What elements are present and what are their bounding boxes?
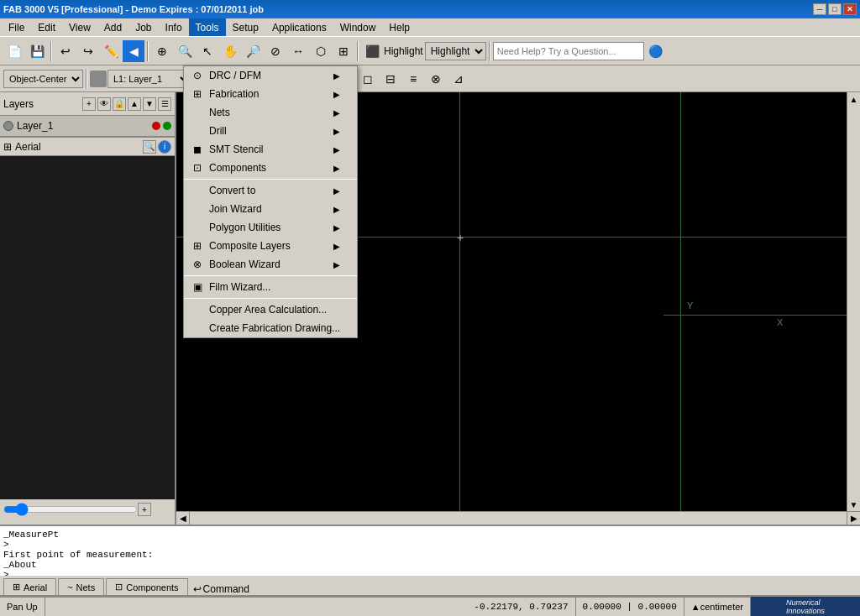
fab-icon: ⊞ bbox=[189, 88, 206, 100]
menu-join-wizard[interactable]: Join Wizard ▶ bbox=[184, 200, 357, 218]
menu-convert-to[interactable]: Convert to ▶ bbox=[184, 181, 357, 200]
minimize-button[interactable]: ─ bbox=[813, 3, 826, 15]
menu-fabrication[interactable]: ⊞ Fabrication ▶ bbox=[184, 85, 357, 103]
components-tab-icon: ⊡ bbox=[115, 582, 123, 593]
menu-div1 bbox=[184, 179, 357, 180]
tool3[interactable]: ⊘ bbox=[265, 40, 286, 62]
menu-setup[interactable]: Setup bbox=[226, 18, 265, 36]
t2-btn8[interactable]: ◻ bbox=[357, 68, 379, 90]
status-bar: Pan Up -0.22179, 0.79237 0.00000 | 0.000… bbox=[0, 596, 860, 616]
menu-help[interactable]: Help bbox=[382, 18, 417, 36]
menu-copper-area[interactable]: Copper Area Calculation... bbox=[184, 300, 357, 319]
back-button[interactable]: ◀ bbox=[123, 40, 144, 62]
redo-button[interactable]: ↪ bbox=[77, 40, 99, 62]
menu-window[interactable]: Window bbox=[333, 18, 383, 36]
tool1[interactable]: ⊕ bbox=[151, 40, 173, 62]
tool6[interactable]: ⊞ bbox=[333, 40, 354, 62]
pan-status: Pan Up bbox=[0, 598, 45, 616]
undo-button[interactable]: ↩ bbox=[55, 40, 76, 62]
boolean-label: Boolean Wizard bbox=[209, 258, 281, 270]
menu-div3 bbox=[184, 298, 357, 299]
layer-row[interactable]: Layer_1 bbox=[0, 116, 175, 136]
menu-view[interactable]: View bbox=[62, 18, 97, 36]
tab-nets[interactable]: ~ Nets bbox=[58, 578, 104, 595]
add-layer-btn[interactable]: + bbox=[82, 97, 96, 111]
maximize-button[interactable]: □ bbox=[828, 3, 842, 15]
menu-composite[interactable]: ⊞ Composite Layers ▶ bbox=[184, 237, 357, 255]
select-btn[interactable]: ↖ bbox=[197, 40, 218, 62]
close-button[interactable]: ✕ bbox=[843, 3, 857, 15]
menu-bar: File Edit View Add Job Info Tools Setup … bbox=[0, 18, 860, 37]
t2-btn10[interactable]: ≡ bbox=[402, 68, 424, 90]
tool4[interactable]: ↔ bbox=[287, 40, 309, 62]
menu-add[interactable]: Add bbox=[97, 18, 128, 36]
tool5[interactable]: ⬡ bbox=[310, 40, 332, 62]
tool7[interactable]: ⬛ bbox=[361, 40, 383, 62]
menu-drc-dfm[interactable]: ⊙ DRC / DFM ▶ bbox=[184, 66, 357, 85]
tools-menu: ⊙ DRC / DFM ▶ ⊞ Fabrication ▶ Nets ▶ Dri… bbox=[183, 65, 358, 338]
unit-section: ▲ centimeter bbox=[684, 598, 751, 616]
menu-info[interactable]: Info bbox=[159, 18, 189, 36]
menu-drill[interactable]: Drill ▶ bbox=[184, 122, 357, 140]
command-area: _MeasurePt > First point of measurement:… bbox=[0, 525, 860, 596]
menu-job[interactable]: Job bbox=[128, 18, 158, 36]
search-input[interactable] bbox=[493, 42, 644, 60]
t2-btn11[interactable]: ⊗ bbox=[425, 68, 447, 90]
save-button[interactable]: 💾 bbox=[26, 40, 48, 62]
xy-text: 0.00000 | 0.00000 bbox=[583, 602, 677, 612]
list-btn[interactable]: ☰ bbox=[158, 97, 171, 111]
menu-smt[interactable]: ◼ SMT Stencil ▶ bbox=[184, 140, 357, 159]
scroll-up-btn[interactable]: ▲ bbox=[850, 92, 858, 106]
menu-polygon[interactable]: Polygon Utilities ▶ bbox=[184, 218, 357, 237]
layer-visibility-icon bbox=[3, 121, 13, 131]
eye-btn[interactable]: 👁 bbox=[97, 97, 111, 111]
cursor-v bbox=[459, 92, 460, 511]
lock-btn[interactable]: 🔒 bbox=[113, 97, 126, 111]
sep5 bbox=[86, 69, 87, 89]
menu-components[interactable]: ⊡ Components ▶ bbox=[184, 159, 357, 177]
title-bar: FAB 3000 V5 [Professional] - Demo Expire… bbox=[0, 0, 860, 18]
smt-icon: ◼ bbox=[189, 144, 206, 155]
pan-btn[interactable]: ✋ bbox=[219, 40, 241, 62]
aerial-plus-btn[interactable]: + bbox=[138, 503, 151, 516]
polygon-label: Polygon Utilities bbox=[209, 222, 281, 233]
edit-button[interactable]: ✏️ bbox=[100, 40, 122, 62]
aerial-range[interactable] bbox=[3, 503, 138, 516]
highlight-select[interactable]: Highlight Normal Dim bbox=[425, 42, 486, 60]
t2-filter[interactable]: ⊿ bbox=[448, 68, 469, 90]
pan-text: Pan Up bbox=[7, 602, 38, 612]
scroll-left-btn[interactable]: ◀ bbox=[176, 512, 190, 525]
aerial-slider: + bbox=[0, 499, 175, 519]
menu-edit[interactable]: Edit bbox=[31, 18, 62, 36]
aerial-search-btn[interactable]: 🔍 bbox=[143, 140, 156, 154]
scroll-right-btn[interactable]: ▶ bbox=[847, 512, 860, 525]
menu-nets[interactable]: Nets ▶ bbox=[184, 103, 357, 122]
layer-select[interactable]: L1: Layer_1 bbox=[108, 70, 191, 88]
aerial-info-btn[interactable]: i bbox=[158, 140, 171, 154]
down-btn[interactable]: ▼ bbox=[143, 97, 156, 111]
scroll-down-btn[interactable]: ▼ bbox=[850, 498, 858, 511]
comp-icon: ⊡ bbox=[189, 162, 206, 174]
smt-arrow: ▶ bbox=[333, 145, 340, 154]
zoom-btn[interactable]: 🔎 bbox=[242, 40, 264, 62]
film-icon: ▣ bbox=[189, 281, 206, 293]
t2-btn9[interactable]: ⊟ bbox=[380, 68, 401, 90]
new-button[interactable]: 📄 bbox=[3, 40, 25, 62]
menu-film-wizard[interactable]: ▣ Film Wizard... bbox=[184, 278, 357, 296]
menu-file[interactable]: File bbox=[2, 18, 31, 36]
comp-arrow: ▶ bbox=[333, 164, 340, 173]
search-button[interactable]: 🔵 bbox=[645, 40, 667, 62]
boolean-icon: ⊗ bbox=[189, 258, 206, 270]
cmd-line-2: > bbox=[3, 540, 857, 550]
snap-select[interactable]: Object-Center bbox=[3, 70, 83, 88]
tab-aerial[interactable]: ⊞ Aerial bbox=[3, 578, 56, 595]
menu-create-fab[interactable]: Create Fabrication Drawing... bbox=[184, 319, 357, 337]
menu-applications[interactable]: Applications bbox=[265, 18, 333, 36]
composite-arrow: ▶ bbox=[333, 242, 340, 251]
menu-tools[interactable]: Tools bbox=[189, 18, 226, 36]
tool2[interactable]: 🔍 bbox=[174, 40, 196, 62]
drc-icon: ⊙ bbox=[189, 70, 206, 81]
menu-boolean[interactable]: ⊗ Boolean Wizard ▶ bbox=[184, 255, 357, 274]
up-btn[interactable]: ▲ bbox=[128, 97, 141, 111]
tab-components[interactable]: ⊡ Components bbox=[106, 578, 187, 595]
